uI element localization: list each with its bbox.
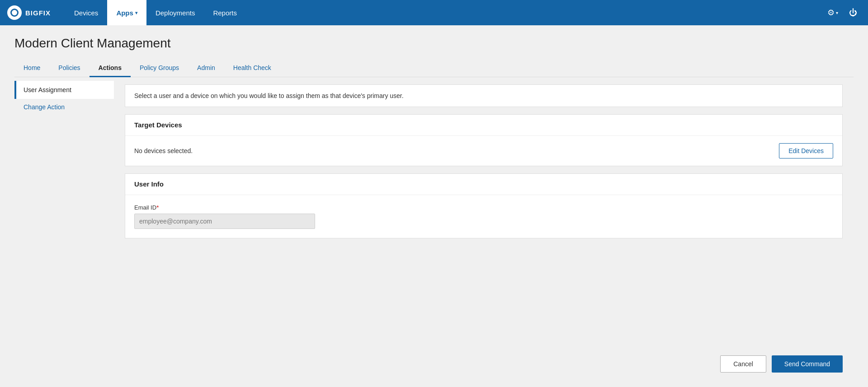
user-info-card: User Info Email ID*	[125, 173, 843, 238]
power-icon: ⏻	[849, 8, 857, 18]
tab-policies[interactable]: Policies	[49, 60, 89, 77]
send-command-button[interactable]: Send Command	[772, 355, 843, 373]
info-banner: Select a user and a device on which you …	[125, 84, 843, 107]
required-star: *	[156, 204, 159, 211]
logo-text: BIGFIX	[25, 9, 51, 17]
logo-icon	[7, 5, 22, 20]
no-devices-text: No devices selected.	[134, 147, 193, 154]
tab-policy-groups[interactable]: Policy Groups	[131, 60, 188, 77]
tab-actions[interactable]: Actions	[90, 60, 131, 77]
power-button[interactable]: ⏻	[845, 5, 861, 21]
tab-home[interactable]: Home	[14, 60, 49, 77]
tab-health-check[interactable]: Health Check	[224, 60, 280, 77]
user-info-title: User Info	[134, 180, 164, 188]
info-banner-text: Select a user and a device on which you …	[134, 92, 404, 99]
apps-caret-icon: ▾	[135, 10, 137, 15]
tab-admin[interactable]: Admin	[188, 60, 224, 77]
email-field-label: Email ID*	[134, 204, 833, 211]
target-devices-body: No devices selected. Edit Devices	[125, 136, 842, 166]
page-content: Modern Client Management Home Policies A…	[0, 25, 868, 387]
content-area: Select a user and a device on which you …	[114, 77, 854, 348]
subnav: Home Policies Actions Policy Groups Admi…	[14, 60, 854, 77]
user-info-header: User Info	[125, 174, 842, 195]
gear-icon: ⚙	[827, 8, 835, 18]
top-navigation: BIGFIX Devices Apps ▾ Deployments Report…	[0, 0, 868, 25]
target-devices-header: Target Devices	[125, 115, 842, 136]
main-layout: User Assignment Change Action Select a u…	[14, 77, 854, 348]
sidebar-item-change-action[interactable]: Change Action	[14, 99, 114, 115]
topnav-deployments[interactable]: Deployments	[146, 0, 204, 25]
settings-button[interactable]: ⚙ ▾	[824, 4, 842, 21]
user-info-body: Email ID*	[125, 195, 842, 238]
topnav-apps[interactable]: Apps ▾	[107, 0, 146, 25]
sidebar: User Assignment Change Action	[14, 77, 114, 348]
logo: BIGFIX	[7, 5, 51, 20]
cancel-button[interactable]: Cancel	[720, 355, 766, 373]
topnav-links: Devices Apps ▾ Deployments Reports	[65, 0, 824, 25]
topnav-reports[interactable]: Reports	[204, 0, 246, 25]
sidebar-item-user-assignment[interactable]: User Assignment	[14, 81, 114, 99]
target-devices-card: Target Devices No devices selected. Edit…	[125, 114, 843, 166]
page-title: Modern Client Management	[14, 36, 854, 51]
edit-devices-button[interactable]: Edit Devices	[779, 143, 833, 159]
topnav-right: ⚙ ▾ ⏻	[824, 4, 861, 21]
target-devices-title: Target Devices	[134, 121, 182, 129]
bottom-actions: Cancel Send Command	[14, 348, 854, 380]
email-input[interactable]	[134, 214, 315, 229]
settings-caret-icon: ▾	[836, 10, 838, 15]
topnav-devices[interactable]: Devices	[65, 0, 107, 25]
